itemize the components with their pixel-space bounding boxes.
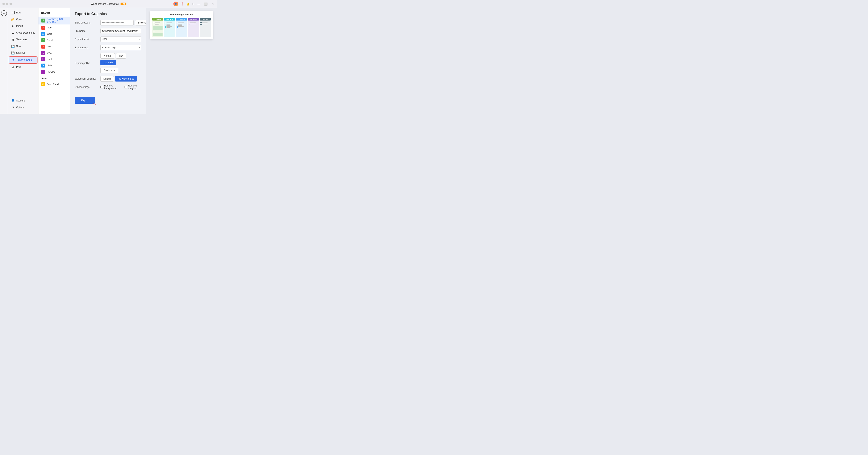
maximize-button[interactable]: ⬜ [204, 2, 208, 6]
check-line [177, 26, 186, 28]
check-box [153, 24, 154, 25]
export-item-excel[interactable]: E Excel [38, 37, 70, 44]
file-name-row: File Name: [75, 28, 141, 34]
check-box [189, 22, 190, 23]
export-item-word[interactable]: W Word [38, 31, 70, 37]
save-directory-control: Browse [100, 20, 146, 25]
grid-icon[interactable]: ⊞ [192, 2, 194, 5]
col-body-week1 [164, 21, 175, 37]
options-icon: ⚙ [11, 106, 14, 109]
check-text [178, 22, 184, 23]
send-item-email[interactable]: ✉ Send Email [38, 81, 70, 87]
checklist-col-year1: First Year [199, 18, 211, 37]
traffic-lights [2, 3, 12, 5]
check-text-line [155, 31, 160, 31]
check-box [177, 26, 178, 28]
remove-margins-label: Remove margins [128, 84, 141, 90]
check-text [202, 24, 208, 24]
app-name: Wondershare EdrawMax [91, 2, 119, 5]
customize-row: Customize [100, 66, 141, 73]
remove-background-item[interactable]: Remove background [100, 84, 120, 90]
export-format-select[interactable]: JPG PNG BMP TIFF GIF [100, 36, 141, 42]
export-button[interactable]: Export [75, 97, 95, 104]
sidebar-item-cloud[interactable]: ☁ Cloud Documents [9, 30, 37, 36]
export-item-ppt[interactable]: P PPT [38, 44, 70, 50]
check-text-line [190, 24, 196, 24]
check-text [202, 22, 208, 23]
check-line [189, 22, 198, 23]
check-box [153, 22, 154, 23]
export-btn-row: Export ↖ [75, 97, 95, 104]
check-line [153, 22, 162, 23]
sidebar-item-import[interactable]: ⬇ Import [9, 23, 37, 29]
col-body-year1 [199, 21, 211, 37]
sidebar-item-new[interactable]: + New [9, 9, 37, 16]
col-header-week1: First Week [164, 18, 175, 21]
sidebar-item-options[interactable]: ⚙ Options [9, 104, 37, 111]
quality-ultrahd-button[interactable]: Ultra HD [100, 60, 116, 65]
check-text-line [166, 25, 170, 26]
traffic-light-minimize[interactable] [6, 3, 8, 5]
close-button[interactable]: ✕ [211, 2, 215, 6]
sidebar-item-account[interactable]: 👤 Account [9, 97, 37, 104]
col-header-quarter1: First Quarter [188, 18, 199, 21]
check-text-line [155, 23, 159, 23]
open-icon: 📂 [11, 18, 14, 21]
watermark-default-button[interactable]: Default [100, 76, 114, 82]
visio-icon: V [41, 63, 45, 67]
other-settings-control: Remove background Remove margins [100, 84, 141, 90]
check-line [153, 24, 162, 25]
checkbox-group: Remove background Remove margins [100, 84, 141, 90]
send-title: Send [38, 75, 70, 81]
sidebar-item-open[interactable]: 📂 Open [9, 16, 37, 23]
file-name-input[interactable] [100, 28, 141, 34]
check-text [178, 24, 184, 26]
check-text-line [178, 25, 182, 25]
sidebar-item-print[interactable]: 🖨 Print [9, 64, 37, 70]
back-button[interactable]: ← [1, 10, 7, 16]
watermark-group: Default No watermarks [100, 76, 141, 82]
help-icon[interactable]: ❓ [181, 2, 184, 5]
watermark-row: Watermark settings: Default No watermark… [75, 76, 141, 82]
export-range-select-wrap: Current page All pages Selected pages [100, 45, 141, 50]
bell-icon[interactable]: 🔔 [186, 2, 190, 5]
remove-margins-checkbox[interactable] [124, 86, 127, 88]
export-item-graphics[interactable]: P Graphics (PNG, JPG et... [38, 17, 70, 25]
col-header-day1: First Day [152, 18, 163, 21]
quality-normal-button[interactable]: Normal [100, 53, 115, 59]
main-content: Export to Graphics Save directory: Brows… [70, 8, 146, 114]
check-text-line [178, 24, 184, 24]
customize-button[interactable]: Customize [100, 68, 118, 73]
nav-top: + New 📂 Open ⬇ Import ☁ Cloud Documents … [8, 9, 38, 70]
export-item-html[interactable]: H Html [38, 56, 70, 62]
traffic-light-maximize[interactable] [9, 3, 12, 5]
browse-button[interactable]: Browse [135, 20, 146, 25]
export-item-svg[interactable]: S SVG [38, 50, 70, 56]
check-text-line [166, 27, 170, 28]
preview-panel: Onboarding Checklist First Day [146, 8, 217, 114]
export-sidebar: Export P Graphics (PNG, JPG et... P PDF … [38, 8, 70, 114]
save-directory-input[interactable] [100, 20, 133, 25]
quality-hd-button[interactable]: HD [116, 53, 126, 59]
remove-background-checkbox[interactable] [100, 86, 103, 88]
export-item-visio[interactable]: V Visio [38, 62, 70, 69]
sidebar-item-export[interactable]: ⬆ Export & Send [9, 56, 37, 63]
export-icon: ⬆ [11, 58, 15, 62]
export-range-row: Export range: Current page All pages Sel… [75, 45, 141, 50]
quality-group: Normal HD Ultra HD [100, 53, 141, 65]
new-icon: + [11, 11, 14, 15]
watermark-none-button[interactable]: No watermarks [115, 76, 137, 82]
export-range-select[interactable]: Current page All pages Selected pages [100, 45, 141, 50]
minimize-button[interactable]: — [197, 2, 201, 6]
export-item-pdf[interactable]: P PDF [38, 25, 70, 31]
traffic-light-close[interactable] [2, 3, 5, 5]
sidebar-item-templates[interactable]: ▦ Templates [9, 36, 37, 42]
sidebar-item-save[interactable]: 💾 Save [9, 43, 37, 49]
sidebar-item-saveas[interactable]: 💾 Save As [9, 50, 37, 56]
remove-margins-item[interactable]: Remove margins [124, 84, 141, 90]
check-text-line [155, 25, 159, 25]
check-text [190, 24, 196, 24]
check-text [166, 22, 172, 23]
import-icon: ⬇ [11, 24, 14, 28]
export-item-ps[interactable]: P PS/EPS [38, 69, 70, 75]
